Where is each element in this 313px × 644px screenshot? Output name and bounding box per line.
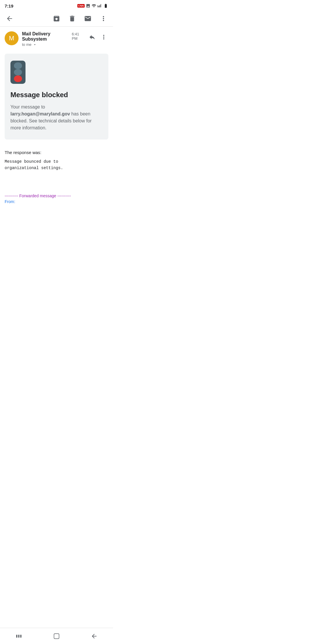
response-body: Message bounced due to organizational se… — [5, 158, 108, 171]
email-body: Message blocked Your message to larry.ho… — [0, 49, 113, 150]
forwarded-label: ---------- Forwarded message ---------- — [5, 193, 108, 198]
forwarded-from: From: — [5, 199, 108, 204]
top-action-bar-left — [5, 14, 14, 23]
status-time: 7:19 — [5, 3, 13, 8]
wifi-icon — [92, 3, 96, 8]
sender-name: Mail Delivery Subsystem — [22, 31, 70, 42]
photo-icon — [86, 3, 90, 8]
top-action-bar-right — [52, 14, 108, 23]
to-me-row[interactable]: to me — [22, 42, 84, 47]
blocked-description: Your message to larry.hogan@maryland.gov… — [10, 104, 103, 131]
delete-button[interactable] — [67, 14, 77, 23]
forwarded-section: ---------- Forwarded message ---------- … — [0, 193, 113, 204]
more-options-button[interactable] — [99, 14, 108, 23]
blocked-title: Message blocked — [10, 91, 103, 99]
email-more-options-button[interactable] — [99, 32, 108, 42]
reply-button[interactable] — [88, 32, 97, 42]
sender-row: Mail Delivery Subsystem 6:41 PM — [22, 31, 84, 42]
tl-top-circle — [14, 62, 22, 69]
to-me-label: to me — [22, 42, 32, 47]
archive-button[interactable] — [52, 14, 61, 23]
back-button[interactable] — [5, 14, 14, 23]
signal-icon — [97, 3, 102, 8]
description-part1: Your message to — [10, 104, 45, 109]
message-card: Message blocked Your message to larry.ho… — [5, 54, 108, 140]
email-header: M Mail Delivery Subsystem 6:41 PM to me — [0, 27, 113, 49]
sender-time: 6:41 PM — [72, 32, 84, 41]
recipient-email: larry.hogan@maryland.gov — [10, 111, 70, 116]
battery-icon — [103, 3, 108, 8]
status-icons: CNN — [77, 3, 109, 8]
response-label: The response was: — [5, 150, 108, 155]
email-header-info: Mail Delivery Subsystem 6:41 PM to me — [22, 31, 84, 47]
sender-avatar: M — [5, 31, 19, 45]
response-section: The response was: Message bounced due to… — [0, 150, 113, 176]
response-line2: organizational settings. — [5, 166, 63, 170]
response-line1: Message bounced due to — [5, 159, 58, 164]
email-header-actions — [88, 32, 108, 42]
chevron-down-icon — [33, 43, 37, 47]
cnn-icon: CNN — [77, 4, 85, 8]
tl-middle-circle — [14, 69, 22, 76]
status-bar: 7:19 CNN — [0, 0, 113, 10]
mark-unread-button[interactable] — [83, 14, 93, 23]
tl-bottom-circle — [14, 75, 22, 82]
traffic-light-icon — [10, 61, 26, 84]
top-action-bar — [0, 10, 113, 27]
